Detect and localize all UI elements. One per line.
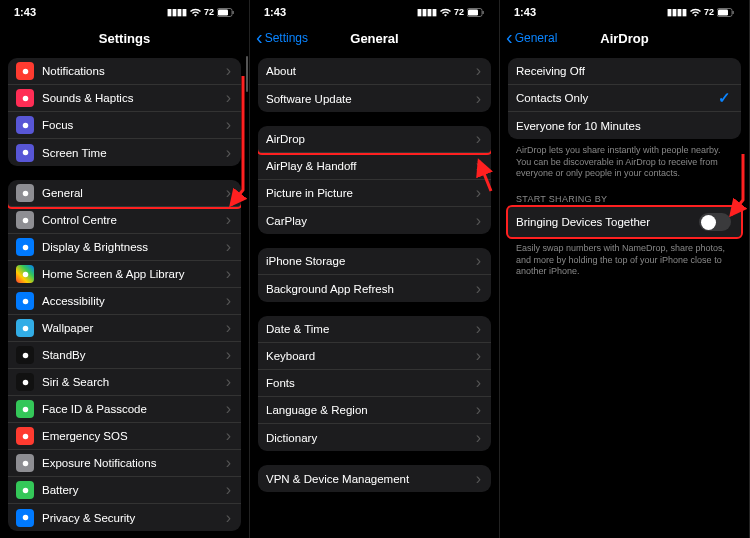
settings-row[interactable]: AirPlay & Handoff›: [258, 153, 491, 180]
row-label: Everyone for 10 Minutes: [516, 120, 731, 132]
settings-row[interactable]: Picture in Picture›: [258, 180, 491, 207]
nav-bar: General AirDrop: [500, 22, 749, 54]
settings-row[interactable]: Sounds & Haptics›: [8, 85, 241, 112]
settings-row[interactable]: Display & Brightness›: [8, 234, 241, 261]
svg-point-19: [22, 515, 28, 521]
row-label: Home Screen & App Library: [42, 268, 226, 280]
bell-icon: [16, 62, 34, 80]
settings-row[interactable]: About›: [258, 58, 491, 85]
settings-row[interactable]: Dictionary›: [258, 424, 491, 451]
bringing-devices-row[interactable]: Bringing Devices Together: [508, 207, 741, 237]
svg-point-6: [22, 150, 28, 156]
back-button[interactable]: General: [506, 31, 557, 45]
row-label: Sounds & Haptics: [42, 92, 226, 104]
row-label: Picture in Picture: [266, 187, 476, 199]
settings-row[interactable]: VPN & Device Management›: [258, 465, 491, 492]
chevron-right-icon: ›: [476, 213, 481, 229]
svg-point-12: [22, 325, 28, 331]
settings-row[interactable]: Battery›: [8, 477, 241, 504]
settings-row[interactable]: Privacy & Security›: [8, 504, 241, 531]
row-label: Face ID & Passcode: [42, 403, 226, 415]
svg-rect-22: [483, 11, 484, 14]
chevron-right-icon: ›: [226, 63, 231, 79]
row-label: Keyboard: [266, 350, 476, 362]
status-time: 1:43: [264, 6, 286, 18]
battery-pct: 72: [704, 7, 714, 17]
settings-row[interactable]: Date & Time›: [258, 316, 491, 343]
settings-row[interactable]: Face ID & Passcode›: [8, 396, 241, 423]
settings-row[interactable]: Background App Refresh›: [258, 275, 491, 302]
section-header: START SHARING BY: [508, 194, 741, 207]
chevron-right-icon: ›: [476, 158, 481, 174]
toggle-switch[interactable]: [699, 213, 731, 231]
status-right: ▮▮▮▮ 72: [417, 7, 485, 17]
wifi-icon: [440, 7, 451, 17]
settings-row[interactable]: iPhone Storage›: [258, 248, 491, 275]
chevron-right-icon: ›: [226, 185, 231, 201]
speaker-icon: [16, 89, 34, 107]
svg-point-7: [22, 190, 28, 196]
back-button[interactable]: Settings: [256, 31, 308, 45]
scrollbar[interactable]: [246, 56, 248, 92]
airdrop-option[interactable]: Everyone for 10 Minutes: [508, 112, 741, 139]
flower-icon: [16, 319, 34, 337]
settings-row[interactable]: Language & Region›: [258, 397, 491, 424]
settings-row[interactable]: Emergency SOS›: [8, 423, 241, 450]
settings-row[interactable]: Fonts›: [258, 370, 491, 397]
switches-icon: [16, 211, 34, 229]
chevron-right-icon: ›: [226, 374, 231, 390]
settings-row[interactable]: Siri & Search›: [8, 369, 241, 396]
chevron-right-icon: ›: [226, 266, 231, 282]
svg-rect-25: [733, 11, 734, 14]
siri-icon: [16, 373, 34, 391]
chevron-right-icon: ›: [226, 428, 231, 444]
chevron-right-icon: ›: [226, 90, 231, 106]
svg-rect-21: [468, 10, 478, 16]
row-label: Background App Refresh: [266, 283, 476, 295]
hourglass-icon: [16, 144, 34, 162]
settings-row[interactable]: General›: [8, 180, 241, 207]
settings-row[interactable]: Software Update›: [258, 85, 491, 112]
svg-point-14: [22, 379, 28, 385]
settings-row[interactable]: Accessibility›: [8, 288, 241, 315]
chevron-right-icon: ›: [476, 281, 481, 297]
signal-icon: ▮▮▮▮: [667, 7, 687, 17]
battery-icon: [467, 7, 485, 17]
settings-row[interactable]: Exposure Notifications›: [8, 450, 241, 477]
chevron-right-icon: ›: [226, 212, 231, 228]
settings-row[interactable]: Keyboard›: [258, 343, 491, 370]
airdrop-option[interactable]: Contacts Only✓: [508, 85, 741, 112]
chevron-right-icon: ›: [476, 375, 481, 391]
settings-row[interactable]: StandBy›: [8, 342, 241, 369]
settings-row[interactable]: Screen Time›: [8, 139, 241, 166]
svg-point-17: [22, 460, 28, 466]
settings-row[interactable]: CarPlay›: [258, 207, 491, 234]
settings-row[interactable]: Focus›: [8, 112, 241, 139]
settings-row[interactable]: Wallpaper›: [8, 315, 241, 342]
svg-rect-2: [233, 11, 234, 14]
row-label: Battery: [42, 484, 226, 496]
page-title: AirDrop: [600, 31, 648, 46]
chevron-right-icon: ›: [226, 239, 231, 255]
footer-note: Easily swap numbers with NameDrop, share…: [508, 243, 741, 278]
sos-icon: [16, 427, 34, 445]
clock-icon: [16, 346, 34, 364]
row-label: Notifications: [42, 65, 226, 77]
moon-icon: [16, 116, 34, 134]
svg-point-8: [22, 217, 28, 223]
settings-row[interactable]: Notifications›: [8, 58, 241, 85]
hand-icon: [16, 509, 34, 527]
svg-point-16: [22, 433, 28, 439]
chevron-right-icon: ›: [476, 348, 481, 364]
status-bar: 1:43 ▮▮▮▮ 72: [250, 0, 499, 22]
row-label: Fonts: [266, 377, 476, 389]
settings-row[interactable]: Home Screen & App Library›: [8, 261, 241, 288]
settings-row[interactable]: AirDrop›: [258, 126, 491, 153]
row-label: AirDrop: [266, 133, 476, 145]
nav-bar: Settings General: [250, 22, 499, 54]
battery-pct: 72: [454, 7, 464, 17]
status-time: 1:43: [14, 6, 36, 18]
airdrop-option[interactable]: Receiving Off: [508, 58, 741, 85]
settings-row[interactable]: Control Centre›: [8, 207, 241, 234]
battery-icon: [217, 7, 235, 17]
